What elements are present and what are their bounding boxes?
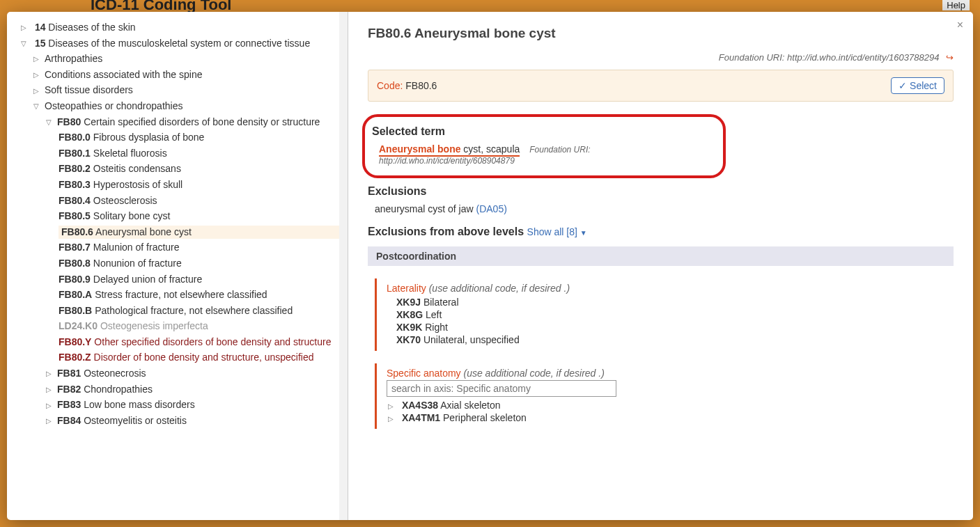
tree-item[interactable]: FB80.3 Hyperostosis of skull: [59, 178, 341, 192]
chevron-right-icon[interactable]: ▷: [21, 23, 29, 33]
select-button[interactable]: ✓ Select: [891, 77, 944, 94]
tree-item-fb83[interactable]: ▷FB83 Low bone mass disorders: [46, 398, 341, 412]
axis-title: Laterality: [387, 283, 426, 294]
axis-search-input[interactable]: [387, 380, 616, 397]
chevron-right-icon[interactable]: ▷: [388, 415, 396, 423]
tree-item[interactable]: FB80.6 Aneurysmal bone cyst: [59, 226, 341, 239]
tree-item[interactable]: ▽Osteopathies or chondropathies ▽FB80 Ce…: [33, 100, 341, 427]
code-value: FB80.6: [405, 80, 437, 91]
axis-option[interactable]: XK8G Left: [396, 309, 954, 320]
code-box: Code: FB80.6 ✓ Select: [368, 70, 954, 102]
tree-item[interactable]: FB80.7 Malunion of fracture: [59, 241, 341, 255]
tree-item[interactable]: FB80.5 Solitary bone cyst: [59, 210, 341, 223]
exclusion-code-link[interactable]: (DA05): [476, 203, 507, 214]
external-link-icon[interactable]: ↪: [946, 52, 954, 63]
chevron-down-icon[interactable]: ▽: [46, 118, 54, 127]
axis-option[interactable]: ▷ XA4TM1 Peripheral skeleton: [388, 412, 954, 423]
hierarchy-tree: ▷ 14 Diseases of the skin ▽ 15 Diseases …: [7, 12, 348, 520]
chevron-right-icon[interactable]: ▷: [33, 70, 42, 80]
chevron-right-icon[interactable]: ▷: [46, 369, 54, 379]
selected-term-heading: Selected term: [372, 125, 712, 138]
help-button[interactable]: Help: [942, 0, 970, 10]
tree-item[interactable]: FB80.4 Osteosclerosis: [59, 194, 341, 208]
tree-item[interactable]: ▷Arthropathies: [33, 52, 341, 66]
axis-title: Specific anatomy: [387, 368, 461, 379]
chevron-down-icon[interactable]: ▽: [21, 39, 29, 49]
foundation-uri: Foundation URI: http://id.who.int/icd/en…: [368, 52, 954, 63]
chevron-right-icon[interactable]: ▷: [46, 401, 54, 411]
close-icon[interactable]: ×: [957, 19, 963, 31]
axis-option[interactable]: ▷ XA4S38 Axial skeleton: [388, 400, 954, 411]
chevron-down-icon: ▼: [580, 229, 587, 237]
tree-item-fb80[interactable]: ▽FB80 Certain specified disorders of bon…: [46, 116, 341, 365]
tree-item[interactable]: FB80.B Pathological fracture, not elsewh…: [59, 304, 341, 318]
selected-term[interactable]: Aneurysmal bone cyst, scapula Foundation…: [379, 143, 712, 166]
tree-item-fb84[interactable]: ▷FB84 Osteomyelitis or osteitis: [46, 414, 341, 428]
chapter-15[interactable]: ▽ 15 Diseases of the musculoskeletal sys…: [21, 37, 341, 428]
detail-pane: FB80.6 Aneurysmal bone cyst Foundation U…: [348, 12, 973, 520]
selected-term-highlight: Selected term Aneurysmal bone cyst, scap…: [362, 114, 726, 178]
tree-item-grey[interactable]: LD24.K0 Osteogenesis imperfecta: [59, 320, 341, 333]
axis-option[interactable]: XK9K Right: [396, 322, 954, 333]
axis-hint: (use additional code, if desired .): [429, 283, 570, 294]
chevron-right-icon[interactable]: ▷: [33, 86, 42, 96]
exclusion-item: aneurysmal cyst of jaw (DA05): [375, 203, 954, 214]
chevron-right-icon[interactable]: ▷: [46, 385, 54, 395]
exclusions-heading: Exclusions: [368, 185, 954, 198]
tree-item[interactable]: FB80.A Stress fracture, not elsewhere cl…: [59, 288, 341, 302]
tree-item-residual[interactable]: FB80.Z Disorder of bone density and stru…: [59, 351, 341, 365]
modal: × ▷ 14 Diseases of the skin ▽ 15 Disease…: [7, 12, 973, 520]
axis-option[interactable]: XK9J Bilateral: [396, 297, 954, 308]
code-label: Code:: [377, 80, 403, 91]
postcoordination-heading: Postcoordination: [368, 246, 954, 266]
tree-item[interactable]: FB80.8 Nonunion of fracture: [59, 257, 341, 271]
tree-item[interactable]: FB80.9 Delayed union of fracture: [59, 273, 341, 287]
tree-item[interactable]: ▷Conditions associated with the spine: [33, 68, 341, 82]
chapter-14[interactable]: ▷ 14 Diseases of the skin: [21, 21, 341, 35]
chevron-right-icon[interactable]: ▷: [388, 402, 396, 410]
axis-laterality: Laterality (use additional code, if desi…: [375, 278, 954, 351]
chevron-right-icon[interactable]: ▷: [46, 416, 54, 426]
tree-item[interactable]: FB80.2 Osteitis condensans: [59, 162, 341, 176]
tree-item[interactable]: ▷Soft tissue disorders: [33, 84, 341, 97]
tree-item-fb82[interactable]: ▷FB82 Chondropathies: [46, 383, 341, 397]
axis-hint: (use additional code, if desired .): [464, 368, 605, 379]
tree-item[interactable]: FB80.0 Fibrous dysplasia of bone: [59, 131, 341, 145]
exclusions-above-heading: Exclusions from above levels Show all [8…: [368, 226, 954, 238]
show-all-link[interactable]: Show all [8] ▼: [527, 226, 587, 237]
entity-title: FB80.6 Aneurysmal bone cyst: [368, 26, 954, 41]
tree-item[interactable]: FB80.1 Skeletal fluorosis: [59, 147, 341, 161]
axis-option[interactable]: XK70 Unilateral, unspecified: [396, 334, 954, 345]
chevron-right-icon[interactable]: ▷: [33, 54, 42, 64]
axis-specific-anatomy: Specific anatomy (use additional code, i…: [375, 363, 954, 429]
tree-item-fb81[interactable]: ▷FB81 Osteonecrosis: [46, 367, 341, 381]
tree-item-residual[interactable]: FB80.Y Other specified disorders of bone…: [59, 336, 341, 349]
chevron-down-icon[interactable]: ▽: [33, 102, 42, 111]
